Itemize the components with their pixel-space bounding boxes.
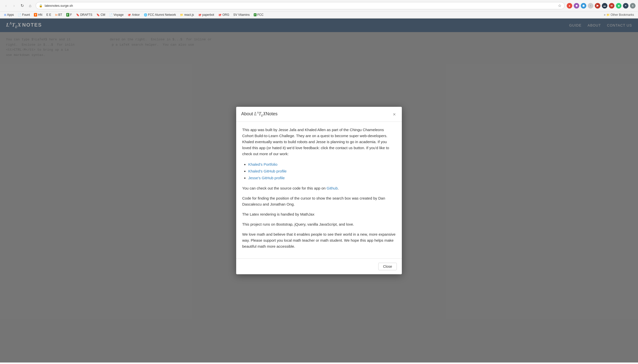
list-item-khaled-portfolio: Khaled's Portfolio bbox=[248, 161, 396, 168]
extension-icon-4[interactable]: ↑ bbox=[588, 3, 593, 9]
bookmark-paperbot[interactable]: 🐙 paperbot bbox=[197, 13, 216, 17]
forward-button[interactable]: › bbox=[11, 2, 18, 9]
extension-icon-5[interactable]: ▶ bbox=[595, 3, 600, 9]
extension-icon-8[interactable]: ◆ bbox=[616, 3, 621, 9]
modal-paragraph-5: This project runs on Bootstrap, jQuery, … bbox=[242, 221, 396, 227]
modal-header: About LATEXNotes × bbox=[236, 107, 402, 122]
browser-chrome: ‹ › ↻ ⌂ 🔒 latexnotes.surge.sh ☆ ● ◆ ◉ ↑ … bbox=[0, 0, 638, 19]
browser-icons: ● ◆ ◉ ↑ ▶ ▬ W ◆ ✦ S bbox=[567, 3, 635, 9]
bookmark-cm-label: CM bbox=[101, 13, 105, 17]
bookmark-fcc[interactable]: F FCC bbox=[252, 13, 265, 17]
bookmark-ee-label: E E bbox=[46, 13, 51, 17]
modal-body: This app was built by Jesse Jafa and Kha… bbox=[236, 122, 402, 258]
bookmark-org[interactable]: 🐙 ORG bbox=[217, 13, 231, 17]
modal-paragraph-6: We love math and believe that it enables… bbox=[242, 231, 396, 249]
voyage-icon: 📄 bbox=[109, 13, 113, 17]
f-icon: F bbox=[66, 13, 70, 17]
bookmark-ankor[interactable]: 🐙 Ankor bbox=[126, 13, 141, 17]
about-modal: About LATEXNotes × This app was built by… bbox=[236, 107, 402, 274]
cm-icon: 🔖 bbox=[96, 13, 100, 17]
back-button[interactable]: ‹ bbox=[3, 2, 10, 9]
ankor-icon: 🐙 bbox=[127, 13, 131, 17]
bookmark-voyage-label: Voyage bbox=[113, 13, 123, 17]
hn-icon: Y bbox=[34, 13, 37, 17]
bookmark-hn-label: HN bbox=[38, 13, 42, 17]
paperbot-icon: 🐙 bbox=[198, 13, 202, 17]
url-text: latexnotes.surge.sh bbox=[45, 4, 556, 8]
khaled-portfolio-link[interactable]: Khaled's Portfolio bbox=[248, 162, 277, 166]
fcc-icon: F bbox=[254, 13, 257, 16]
bookmark-other-label: Other Bookmarks bbox=[611, 13, 634, 17]
paragraph-2-suffix: . bbox=[338, 186, 339, 190]
extension-icon-2[interactable]: ◆ bbox=[574, 3, 579, 9]
bookmark-paperbot-label: paperbot bbox=[202, 13, 214, 17]
bookmark-apps[interactable]: ⊞ Apps bbox=[3, 13, 15, 17]
bookmark-ee[interactable]: E E bbox=[45, 13, 53, 17]
fount-icon: 📄 bbox=[18, 13, 21, 17]
list-item-jesse-github: Jesse's GitHub profile bbox=[248, 174, 396, 181]
org-icon: 🐙 bbox=[218, 13, 222, 17]
extension-icon-6[interactable]: ▬ bbox=[602, 3, 607, 9]
reactjs-icon: 📁 bbox=[180, 13, 183, 17]
bookmark-bt-label: BT bbox=[58, 13, 62, 17]
bookmark-cm[interactable]: 🔖 CM bbox=[95, 13, 107, 17]
extension-icon-7[interactable]: W bbox=[609, 3, 614, 9]
bt-icon: bt bbox=[55, 13, 57, 16]
bookmark-reactjs[interactable]: 📁 react.js bbox=[178, 13, 196, 17]
bookmarks-bar: ⊞ Apps 📄 Fount Y HN E E bt BT F F 🔖 DRAF… bbox=[0, 12, 638, 18]
bookmark-fount-label: Fount bbox=[22, 13, 30, 17]
modal-footer: Close bbox=[236, 258, 402, 274]
list-item-khaled-github: Khaled's GitHub profile bbox=[248, 168, 396, 174]
bookmark-more[interactable]: » 📁 Other Bookmarks bbox=[602, 13, 635, 17]
modal-title-prefix: About bbox=[241, 111, 254, 116]
page-background: LATEX NOTES GUIDE ABOUT CONTACT US You c… bbox=[0, 19, 638, 362]
bookmark-sv-vitamins[interactable]: SV Vitamins bbox=[232, 13, 251, 17]
jesse-github-link[interactable]: Jesse's GitHub profile bbox=[248, 176, 285, 180]
extension-icon-9[interactable]: ✦ bbox=[623, 3, 628, 9]
bookmark-sv-vitamins-label: SV Vitamins bbox=[233, 13, 250, 17]
nav-buttons: ‹ › ↻ ⌂ bbox=[3, 2, 34, 9]
bookmark-bt[interactable]: bt BT bbox=[54, 13, 64, 17]
bookmark-fount[interactable]: 📄 Fount bbox=[16, 13, 31, 17]
bookmark-f-label: F bbox=[70, 13, 72, 17]
bookmark-voyage[interactable]: 📄 Voyage bbox=[108, 13, 125, 17]
bookmark-ankor-label: Ankor bbox=[132, 13, 140, 17]
modal-paragraph-2: You can check out the source code for th… bbox=[242, 185, 396, 191]
modal-title-notes: Notes bbox=[266, 111, 278, 116]
apps-icon: ⊞ bbox=[4, 13, 6, 17]
fcc-alumni-icon: 🌐 bbox=[144, 13, 147, 17]
modal-paragraph-4: The Latex rendering is handled by MathJa… bbox=[242, 211, 396, 217]
extension-icon-3[interactable]: ◉ bbox=[581, 3, 586, 9]
drafts-icon: 🔖 bbox=[76, 13, 80, 17]
bookmark-drafts[interactable]: 🔖 DRAFTS bbox=[75, 13, 94, 17]
bookmark-star-icon[interactable]: ☆ bbox=[558, 3, 561, 8]
modal-title-latex: LATEX bbox=[254, 111, 266, 116]
address-bar[interactable]: 🔒 latexnotes.surge.sh ☆ bbox=[36, 2, 565, 9]
home-button[interactable]: ⌂ bbox=[27, 2, 34, 9]
modal-close-btn[interactable]: Close bbox=[378, 263, 397, 270]
bookmark-drafts-label: DRAFTS bbox=[80, 13, 92, 17]
bookmark-fcc-alumni[interactable]: 🌐 FCC Alumni Network bbox=[142, 13, 177, 17]
khaled-github-link[interactable]: Khaled's GitHub profile bbox=[248, 169, 287, 173]
bookmark-org-label: ORG bbox=[222, 13, 229, 17]
bookmark-chevron-icon: » bbox=[604, 13, 606, 17]
extension-icon-10[interactable]: S bbox=[630, 3, 635, 9]
bookmark-hn[interactable]: Y HN bbox=[32, 13, 44, 17]
bookmark-fcc-label: FCC bbox=[257, 13, 264, 17]
extension-icon-1[interactable]: ● bbox=[567, 3, 572, 9]
modal-paragraph-1: This app was built by Jesse Jafa and Kha… bbox=[242, 127, 396, 157]
reload-button[interactable]: ↻ bbox=[19, 2, 26, 9]
modal-paragraph-3: Code for finding the position of the cur… bbox=[242, 195, 396, 207]
folder-icon: 📁 bbox=[606, 13, 610, 17]
bookmark-fcc-alumni-label: FCC Alumni Network bbox=[148, 13, 176, 17]
bookmark-f[interactable]: F F bbox=[65, 13, 74, 17]
modal-links-list: Khaled's Portfolio Khaled's GitHub profi… bbox=[248, 161, 396, 181]
modal-overlay: About LATEXNotes × This app was built by… bbox=[0, 19, 638, 362]
browser-toolbar: ‹ › ↻ ⌂ 🔒 latexnotes.surge.sh ☆ ● ◆ ◉ ↑ … bbox=[0, 0, 638, 12]
bookmark-reactjs-label: react.js bbox=[184, 13, 194, 17]
bookmark-apps-label: Apps bbox=[7, 13, 14, 17]
modal-title: About LATEXNotes bbox=[241, 111, 278, 118]
paragraph-2-prefix: You can check out the source code for th… bbox=[242, 186, 327, 190]
modal-close-button[interactable]: × bbox=[392, 112, 397, 117]
github-link[interactable]: Github bbox=[327, 186, 338, 190]
